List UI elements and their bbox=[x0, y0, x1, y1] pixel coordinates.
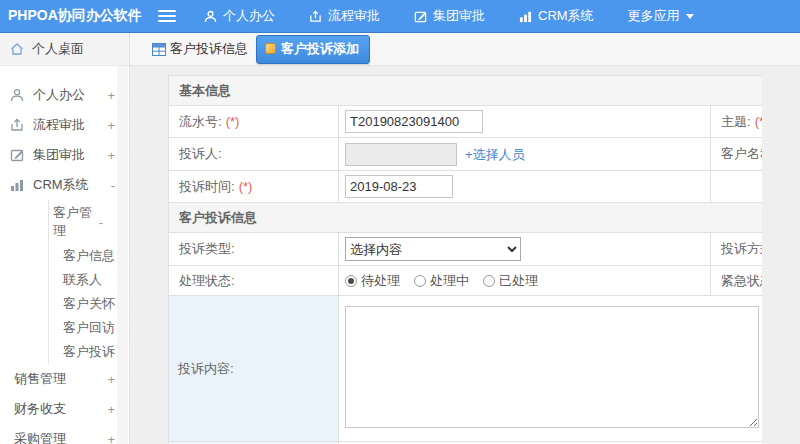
radio-label: 已处理 bbox=[499, 272, 538, 290]
complaint-method-label: 投诉方式: bbox=[711, 233, 763, 266]
sidebar-item-label: CRM系统 bbox=[33, 176, 89, 194]
complaint-content-cell bbox=[339, 296, 763, 442]
sidebar-item-label: 流程审批 bbox=[33, 116, 85, 134]
urgency-label: 紧急状态: bbox=[711, 266, 763, 296]
sidebar-item-label: 个人桌面 bbox=[32, 40, 84, 58]
customer-name-label: 客户名称:(*) bbox=[711, 138, 763, 171]
collapse-icon[interactable]: - bbox=[111, 178, 115, 193]
expand-icon[interactable]: + bbox=[107, 402, 115, 417]
expand-icon[interactable]: + bbox=[107, 372, 115, 387]
sidebar-item-label: 财务收支 bbox=[14, 400, 66, 418]
section-basic-info: 基本信息 bbox=[169, 76, 763, 106]
sidebar-item-finance[interactable]: 财务收支 + bbox=[0, 394, 129, 424]
bar-chart-icon bbox=[519, 10, 532, 23]
nav-label: 个人办公 bbox=[223, 7, 275, 25]
complaint-time-cell bbox=[339, 171, 711, 203]
sidebar-item-group-approval[interactable]: 集团审批 + bbox=[0, 140, 129, 170]
field-label: 主题: bbox=[721, 114, 751, 129]
sidebar-item-label: 采购管理 bbox=[14, 430, 66, 444]
complaint-time-label: 投诉时间:(*) bbox=[169, 171, 339, 203]
table-icon bbox=[152, 43, 166, 56]
nav-crm-system[interactable]: CRM系统 bbox=[519, 7, 594, 25]
sidebar: 个人桌面 个人办公 + 流程审批 + 集团审批 + CRM系统 - 客户管理 - bbox=[0, 33, 130, 444]
complaint-content-textarea[interactable] bbox=[345, 306, 759, 428]
sidebar-menu: 个人办公 + 流程审批 + 集团审批 + CRM系统 - 客户管理 - 客户信息… bbox=[0, 66, 129, 444]
edit-icon bbox=[414, 10, 427, 23]
radio-label: 处理中 bbox=[430, 272, 469, 290]
sidebar-item-label: 集团审批 bbox=[33, 146, 85, 164]
complaint-type-cell: 选择内容 bbox=[339, 233, 711, 266]
menu-toggle-icon[interactable] bbox=[158, 7, 176, 25]
section-complaint-info: 客户投诉信息 bbox=[169, 203, 763, 233]
radio-processed[interactable]: 已处理 bbox=[483, 272, 538, 290]
handle-status-cell: 待处理 处理中 已处理 bbox=[339, 266, 711, 296]
workflow-icon bbox=[309, 10, 322, 23]
sidebar-item-personal-office[interactable]: 个人办公 + bbox=[0, 80, 129, 110]
tab-label: 客户投诉添加 bbox=[281, 40, 359, 58]
app-logo: PHPOA协同办公软件 bbox=[0, 7, 130, 25]
required-mark: (*) bbox=[755, 114, 762, 129]
nav-more-apps[interactable]: 更多应用 bbox=[628, 7, 694, 25]
empty-label-cell bbox=[711, 171, 763, 203]
top-header: PHPOA协同办公软件 个人办公 流程审批 集团审批 CRM系统 更多应用 bbox=[0, 0, 800, 33]
complaint-time-input[interactable] bbox=[345, 175, 453, 198]
required-mark: (*) bbox=[239, 179, 253, 194]
top-nav: 个人办公 流程审批 集团审批 CRM系统 更多应用 bbox=[204, 7, 728, 25]
serial-cell bbox=[339, 106, 711, 138]
sidebar-item-sales-management[interactable]: 销售管理 + bbox=[0, 364, 129, 394]
expand-icon[interactable]: + bbox=[107, 148, 115, 163]
required-mark: (*) bbox=[226, 114, 240, 129]
expand-icon[interactable]: + bbox=[107, 432, 115, 444]
nav-label: 更多应用 bbox=[628, 7, 680, 25]
complainant-cell: +选择人员 bbox=[339, 138, 711, 171]
tab-complaint-list[interactable]: 客户投诉信息 bbox=[152, 40, 248, 58]
sidebar-item-label: 客户管理 bbox=[53, 204, 99, 240]
edit-icon bbox=[10, 148, 24, 162]
field-label: 流水号: bbox=[179, 114, 222, 129]
user-icon bbox=[204, 10, 217, 23]
radio-pending[interactable]: 待处理 bbox=[345, 272, 400, 290]
expand-icon[interactable]: + bbox=[107, 88, 115, 103]
radio-selected-icon bbox=[345, 275, 357, 287]
sidebar-item-desktop[interactable]: 个人桌面 bbox=[0, 33, 129, 66]
complaint-form: 基本信息 流水号:(*) 主题:(*) 投诉人: +选择人员 bbox=[168, 75, 762, 444]
sidebar-item-label: 个人办公 bbox=[33, 86, 85, 104]
radio-icon bbox=[483, 275, 495, 287]
expand-icon[interactable]: + bbox=[107, 118, 115, 133]
nav-personal-office[interactable]: 个人办公 bbox=[204, 7, 275, 25]
complaint-content-label: 投诉内容: bbox=[169, 296, 339, 442]
sidebar-item-workflow-approval[interactable]: 流程审批 + bbox=[0, 110, 129, 140]
sidebar-item-crm-system[interactable]: CRM系统 - bbox=[0, 170, 129, 200]
handle-status-radiogroup: 待处理 处理中 已处理 bbox=[345, 272, 704, 290]
complaint-type-select[interactable]: 选择内容 bbox=[345, 237, 521, 261]
user-icon bbox=[10, 88, 24, 102]
nav-workflow-approval[interactable]: 流程审批 bbox=[309, 7, 380, 25]
sidebar-scrollbar[interactable] bbox=[117, 66, 128, 444]
main-content: 客户投诉信息 客户投诉添加 基本信息 流水号:(*) 主题:(*) bbox=[130, 33, 800, 444]
collapse-icon[interactable]: - bbox=[99, 215, 103, 230]
nav-label: 集团审批 bbox=[433, 7, 485, 25]
field-label: 客户名称: bbox=[721, 146, 762, 161]
complaint-type-label: 投诉类型: bbox=[169, 233, 339, 266]
radio-icon bbox=[414, 275, 426, 287]
home-icon bbox=[10, 42, 24, 56]
workflow-icon bbox=[10, 118, 24, 132]
tab-bar: 客户投诉信息 客户投诉添加 bbox=[130, 33, 800, 66]
sidebar-item-label: 销售管理 bbox=[14, 370, 66, 388]
radio-processing[interactable]: 处理中 bbox=[414, 272, 469, 290]
radio-label: 待处理 bbox=[361, 272, 400, 290]
tab-label: 客户投诉信息 bbox=[170, 40, 248, 58]
complainant-input[interactable] bbox=[345, 143, 457, 166]
serial-label: 流水号:(*) bbox=[169, 106, 339, 138]
subject-label: 主题:(*) bbox=[711, 106, 763, 138]
field-label: 投诉时间: bbox=[179, 179, 235, 194]
handle-status-label: 处理状态: bbox=[169, 266, 339, 296]
serial-input[interactable] bbox=[345, 110, 483, 133]
select-person-link[interactable]: +选择人员 bbox=[465, 147, 525, 162]
nav-group-approval[interactable]: 集团审批 bbox=[414, 7, 485, 25]
add-record-icon bbox=[265, 43, 276, 54]
sidebar-item-purchasing[interactable]: 采购管理 + bbox=[0, 424, 129, 444]
tab-complaint-add[interactable]: 客户投诉添加 bbox=[256, 35, 370, 64]
bar-chart-icon bbox=[10, 178, 24, 192]
nav-label: CRM系统 bbox=[538, 7, 594, 25]
